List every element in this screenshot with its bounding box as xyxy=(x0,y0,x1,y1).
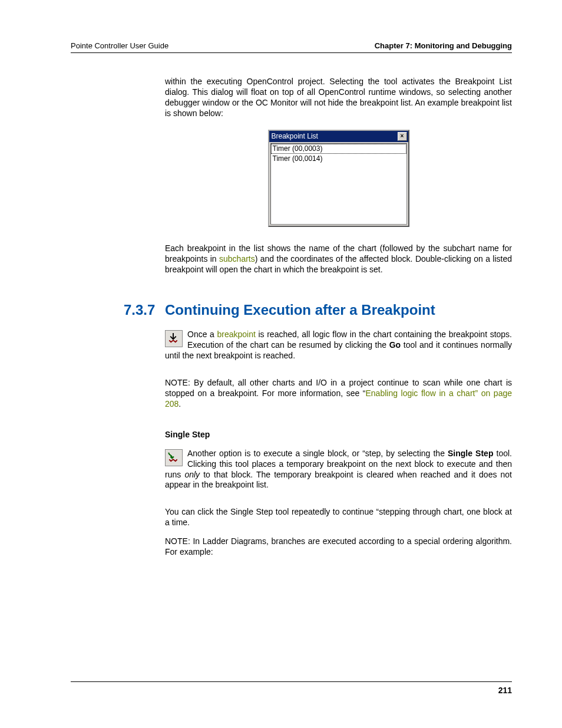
dialog-titlebar[interactable]: Breakpoint List × xyxy=(269,131,408,142)
text: Another option is to execute a single bl… xyxy=(187,449,448,458)
document-page: Pointe Controller User Guide Chapter 7: … xyxy=(0,0,562,728)
section-number: 7.3.7 xyxy=(124,301,165,319)
breakpoint-list-dialog: Breakpoint List × Timer (00,0003) Timer … xyxy=(268,130,409,227)
text: Once a xyxy=(187,330,217,339)
text: to that block. The temporary breakpoint … xyxy=(165,470,512,490)
single-step-tool-icon xyxy=(165,449,183,466)
section-heading: 7.3.7 Continuing Execution after a Break… xyxy=(124,301,512,319)
header-right: Chapter 7: Monitoring and Debugging xyxy=(375,41,512,50)
paragraph: You can click the Single Step tool repea… xyxy=(165,507,512,528)
breakpoint-link[interactable]: breakpoint xyxy=(217,330,255,339)
close-icon[interactable]: × xyxy=(398,132,407,141)
subheading-single-step: Single Step xyxy=(165,430,512,440)
note-paragraph: NOTE: By default, all other charts and I… xyxy=(165,378,512,410)
go-tool-icon xyxy=(165,330,183,347)
paragraph: Once a breakpoint is reached, all logic … xyxy=(165,330,512,361)
page-number: 211 xyxy=(498,686,512,695)
page-header: Pointe Controller User Guide Chapter 7: … xyxy=(71,41,512,53)
single-step-label: Single Step xyxy=(448,449,493,458)
paragraph: Each breakpoint in the list shows the na… xyxy=(165,243,512,275)
list-item[interactable]: Timer (00,0003) xyxy=(271,144,406,154)
go-label: Go xyxy=(389,340,401,350)
body-content: within the executing OpenControl project… xyxy=(165,77,512,558)
header-left: Pointe Controller User Guide xyxy=(71,41,168,50)
page-footer: 211 xyxy=(71,681,512,695)
subcharts-link[interactable]: subcharts xyxy=(219,254,255,263)
paragraph: Another option is to execute a single bl… xyxy=(165,449,512,491)
intro-paragraph: within the executing OpenControl project… xyxy=(165,77,512,119)
text: . xyxy=(178,399,181,409)
dialog-title-text: Breakpoint List xyxy=(272,132,318,141)
section-title: Continuing Execution after a Breakpoint xyxy=(165,301,435,319)
note-paragraph: NOTE: In Ladder Diagrams, branches are e… xyxy=(165,536,512,558)
list-item[interactable]: Timer (00,0014) xyxy=(271,154,406,164)
only-emphasis: only xyxy=(184,470,200,479)
dialog-listbox[interactable]: Timer (00,0003) Timer (00,0014) xyxy=(270,143,407,225)
